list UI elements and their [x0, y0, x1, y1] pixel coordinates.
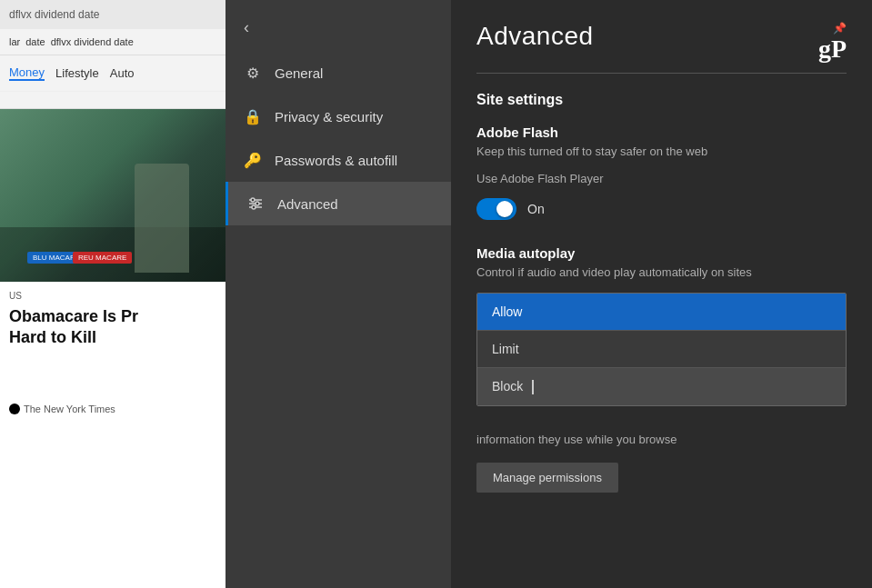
toggle-knob	[496, 201, 513, 217]
dropdown-option-limit[interactable]: Limit	[477, 331, 846, 368]
settings-panel: Advanced 📌 gP Site settings Adobe Flash …	[451, 0, 872, 588]
media-autoplay-desc: Control if audio and video play automati…	[476, 264, 847, 281]
panel-title: Advanced	[476, 22, 594, 51]
back-button[interactable]: ‹	[226, 0, 451, 51]
browser-content: dflvx dividend date lar date dflvx divid…	[0, 0, 226, 588]
sidebar-item-passwords[interactable]: 🔑 Passwords & autofill	[226, 138, 451, 182]
adobe-flash-toggle-prefix: Use Adobe Flash Player	[476, 171, 847, 187]
sidebar-item-advanced[interactable]: Advanced	[226, 182, 451, 225]
browser-top: dflvx dividend date lar date dflvx divid…	[0, 0, 226, 109]
nav-item-2: date	[25, 36, 45, 47]
adobe-flash-group: Adobe Flash Keep this turned off to stay…	[476, 125, 847, 220]
cursor-icon	[532, 380, 541, 394]
panel-header: Advanced 📌 gP	[476, 22, 847, 64]
svg-point-4	[256, 202, 259, 205]
adobe-flash-toggle-row: On	[476, 198, 847, 220]
dropdown-option-allow[interactable]: Allow	[477, 294, 846, 331]
media-autoplay-dropdown[interactable]: Allow Limit Block	[476, 293, 847, 406]
category-lifestyle[interactable]: Lifestyle	[55, 66, 99, 80]
category-money[interactable]: Money	[9, 65, 45, 81]
browser-article-content: US Obamacare Is Pr Hard to Kill The New …	[0, 282, 226, 424]
sidebar-item-advanced-label: Advanced	[277, 196, 338, 212]
nav-item-3: dflvx dividend date	[51, 36, 134, 47]
sidebar-item-general[interactable]: ⚙ General	[226, 51, 451, 95]
source-name: The New York Times	[24, 404, 115, 414]
settings-sidebar: ‹ ⚙ General 🔒 Privacy & security 🔑 Passw…	[226, 0, 451, 588]
sidebar-item-privacy[interactable]: 🔒 Privacy & security	[226, 95, 451, 138]
gear-icon: ⚙	[244, 64, 262, 82]
key-icon: 🔑	[244, 151, 262, 169]
article-tag: US	[9, 291, 216, 301]
search-text: dflvx dividend date	[9, 8, 99, 21]
dropdown-option-block[interactable]: Block	[477, 368, 846, 405]
sliders-icon	[246, 194, 265, 213]
adobe-flash-toggle[interactable]	[476, 198, 516, 220]
media-autoplay-group: Media autoplay Control if audio and vide…	[476, 245, 847, 405]
section-title: Site settings	[476, 92, 847, 108]
svg-point-5	[252, 205, 256, 209]
panel-logo-area: 📌 gP	[818, 22, 847, 64]
article-source: The New York Times	[9, 404, 216, 414]
browser-search-bar: dflvx dividend date	[0, 0, 226, 29]
panel-divider	[476, 73, 847, 74]
svg-point-3	[251, 198, 255, 202]
browser-nav-bar: lar date dflvx dividend date	[0, 29, 226, 55]
browser-article-image: BLU MACARE REU MACARE	[0, 109, 226, 282]
pin-icon: 📌	[818, 22, 847, 35]
toggle-state-label: On	[527, 202, 545, 216]
sidebar-item-privacy-label: Privacy & security	[275, 109, 383, 125]
panel-bottom-desc: information they use while you browse	[476, 432, 847, 448]
category-auto[interactable]: Auto	[110, 66, 135, 80]
media-autoplay-label: Media autoplay	[476, 245, 847, 261]
lock-icon: 🔒	[244, 107, 262, 125]
manage-permissions-button[interactable]: Manage permissions	[476, 463, 618, 493]
article-figure	[135, 164, 189, 273]
adobe-flash-desc: Keep this turned off to stay safer on th…	[476, 144, 847, 160]
nyt-logo-icon	[9, 404, 20, 414]
sidebar-item-passwords-label: Passwords & autofill	[275, 153, 397, 168]
nav-item-1: lar	[9, 36, 20, 47]
adobe-flash-label: Adobe Flash	[476, 125, 847, 140]
browser-category-bar: Money Lifestyle Auto	[0, 55, 226, 92]
article-title: Obamacare Is Pr Hard to Kill	[9, 306, 216, 349]
panel-logo: gP	[818, 35, 847, 64]
sign-2: REU MACARE	[73, 252, 132, 264]
sidebar-item-general-label: General	[275, 65, 323, 81]
